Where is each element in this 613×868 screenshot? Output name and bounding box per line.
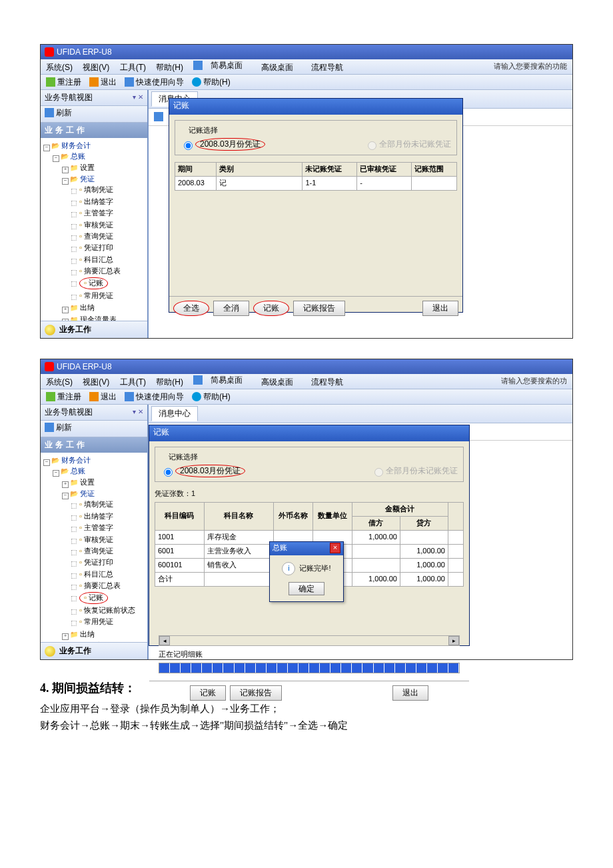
menu-view[interactable]: 视图(V) [83,63,109,72]
left-nav-pane-2: 业务导航视图▾ ✕ 刷新 业务工作 财务会计 总账 设置 凭证 填制凭证 [41,405,149,659]
btn-post[interactable]: 记账 [253,301,289,316]
biz-icon [45,646,55,657]
menu-bar: 系统(S) 视图(V) 工具(T) 帮助(H) 简易桌面 高级桌面 流程导航 请… [41,59,572,75]
progress-bar [159,663,460,673]
leaf-summary[interactable]: 摘要汇总表 [79,267,121,275]
radio-month[interactable]: 2008.03月份凭证 [161,465,245,477]
simple-desktop[interactable]: 简易桌面 [211,60,243,71]
toolbar: 重注册 退出 快速使用向导 帮助(H) [41,75,572,90]
right-pane: 消息中心 选项 过滤 刷新 ✕ 删除 新建通知 短信息 − − 记 记账 [149,90,572,338]
right-pane-2: 消息中心 选项 过滤 刷新 ✕ 删除 新建通知 短信息 记账 记账选择 2008… [149,405,572,659]
radio-month[interactable]: 2008.03月份凭证 [181,138,265,151]
close-icon[interactable]: × [330,543,340,553]
wizard-icon [125,77,134,87]
node-cash[interactable]: 出纳 [70,303,95,311]
leaf-audit[interactable]: 审核凭证 [79,221,113,229]
btn-clear[interactable]: 全消 [213,301,249,316]
dialog-buttons: 全选 全消 记账 记账报告 退出 [169,296,462,320]
posting-grid: 期间 类别 未记账凭证 已审核凭证 记账范围 2008.03记1-1- [175,162,457,191]
menu-help[interactable]: 帮助(H) [156,63,183,72]
nav-tree[interactable]: 财务会计 总账 设置 凭证 填制凭证 出纳签字 主管签字 [41,138,147,321]
node-voucher[interactable]: 凭证 [70,175,95,183]
radio-all[interactable]: 全部月份未记账凭证 [364,139,451,150]
popup-ok[interactable]: 确定 [289,582,324,595]
popup-msg: 记账完毕! [299,563,330,573]
rereg-icon [46,392,55,401]
info-icon: i [282,562,295,575]
pane-controls[interactable]: ▾ ✕ [133,93,143,102]
help-button[interactable]: 帮助(H) [192,77,231,88]
adv-desktop[interactable]: 高级桌面 [261,63,293,72]
wizard-icon [125,392,134,401]
screenshot-2: UFIDA ERP-U8 系统(S) 视图(V) 工具(T) 帮助(H) 简易桌… [40,359,573,660]
exit-button[interactable]: 退出 [89,77,117,88]
rereg-button[interactable]: 重注册 [46,391,81,403]
btn-report[interactable]: 记账报告 [230,685,282,701]
opts-icon [154,112,163,121]
leaf-manager[interactable]: 主管签字 [79,209,113,217]
btn-report[interactable]: 记账报告 [293,301,345,316]
radio-all[interactable]: 全部月份未记账凭证 [371,465,458,477]
left-nav-pane: 业务导航视图▾ ✕ 刷新 业务工作 财务会计 总账 设置 凭证 填制凭证 [41,90,149,338]
biz-label[interactable]: 业务工作 [59,324,91,335]
flow-nav[interactable]: 流程导航 [311,377,343,387]
menu-system[interactable]: 系统(S) [46,377,73,387]
col-unposted: 未记账凭证 [303,163,357,177]
menu-view[interactable]: 视图(V) [83,377,109,387]
btn-post[interactable]: 记账 [190,685,226,701]
leaf-print[interactable]: 凭证打印 [79,243,113,251]
help-button[interactable]: 帮助(H) [192,391,231,403]
exit-button[interactable]: 退出 [89,391,117,403]
node-cashflow[interactable]: 现金流量表 [70,315,117,321]
exit-icon [89,392,99,401]
refresh-button[interactable]: 刷新 [45,422,72,433]
wizard-button[interactable]: 快速使用向导 [125,391,184,403]
btn-exit[interactable]: 退出 [422,301,458,316]
posting-dialog: 记账 记账选择 2008.03月份凭证 全部月份未记账凭证 期间 类别 未 [169,98,463,313]
leaf-cashier[interactable]: 出纳签字 [79,197,113,205]
app-icon [45,47,54,57]
simple-desktop[interactable]: 简易桌面 [211,375,243,386]
tab-msgcenter[interactable]: 消息中心 [151,406,198,421]
title-bar-2: UFIDA ERP-U8 [41,359,572,374]
col-period: 期间 [175,163,217,177]
nav-tree-2[interactable]: 财务会计 总账 设置 凭证 填制凭证 出纳签字 主管签字 [41,453,147,642]
menu-system[interactable]: 系统(S) [46,63,73,72]
simple-desktop-icon [193,375,203,385]
search-hint[interactable]: 请输入您要搜索的功能 [494,61,567,71]
flow-nav[interactable]: 流程导航 [311,63,343,72]
voucher-count: 凭证张数：1 [155,489,464,499]
wizard-button[interactable]: 快速使用向导 [125,77,184,88]
rereg-button[interactable]: 重注册 [46,77,81,88]
btn-exit[interactable]: 退出 [392,685,428,701]
grid-row[interactable]: 2008.03记1-1- [175,177,457,191]
hscroll[interactable]: ◂▸ [159,635,460,646]
menu-help[interactable]: 帮助(H) [156,377,183,387]
node-finance[interactable]: 财务会计 [51,141,91,149]
screenshot-1: UFIDA ERP-U8 系统(S) 视图(V) 工具(T) 帮助(H) 简易桌… [40,44,573,339]
para2: 财务会计→总账→期末→转账生成→选择"期间损益结转"→全选→确定 [40,719,573,733]
node-gl[interactable]: 总账 [61,152,85,160]
leaf-subject[interactable]: 科目汇总 [79,255,113,263]
leaf-post[interactable]: 记账 [79,277,108,289]
leaf-fill[interactable]: 填制凭证 [79,185,113,193]
btn-selectall[interactable]: 全选 [173,301,209,316]
nav-title: 业务导航视图 [45,92,93,103]
adv-desktop[interactable]: 高级桌面 [261,377,293,387]
leaf-query[interactable]: 查询凭证 [79,232,113,240]
refresh-icon [45,108,54,117]
col-range: 记账范围 [412,163,457,177]
leaf-common[interactable]: 常用凭证 [79,291,113,299]
refresh-button[interactable]: 刷新 [45,107,72,119]
section-header: 业务工作 [41,123,147,138]
search-hint[interactable]: 请输入您要搜索的功 [501,376,567,386]
rereg-icon [46,77,55,87]
node-settings[interactable]: 设置 [70,163,95,171]
col-type: 类别 [217,163,303,177]
simple-desktop-icon [193,61,203,70]
menu-tools[interactable]: 工具(T) [120,377,146,387]
posting-dialog-2: 记账 记账选择 2008.03月份凭证 全部月份未记账凭证 凭证张数：1 科目编… [149,425,470,646]
menu-tools[interactable]: 工具(T) [120,63,146,72]
popup-title: 总账 [273,543,287,555]
status-text: 正在记明细账 [155,648,464,661]
